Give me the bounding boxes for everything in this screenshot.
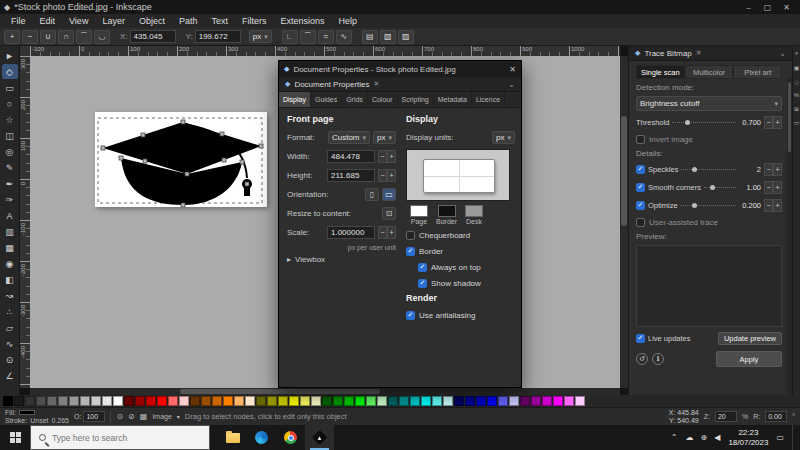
viewbox-expander[interactable]: ▸ Viewbox — [287, 255, 396, 264]
rect-tool[interactable]: ▭ — [2, 80, 18, 95]
tab-grids[interactable]: Grids — [342, 92, 368, 107]
snap-percent-icon[interactable]: % — [794, 92, 799, 98]
palette-swatch[interactable] — [520, 396, 530, 406]
minus-icon[interactable]: − — [378, 226, 387, 239]
spray-tool[interactable]: ∴ — [2, 304, 18, 319]
show-desktop-button[interactable] — [792, 425, 796, 450]
layer-visibility-icon[interactable]: ⊙ — [116, 412, 123, 421]
portrait-orientation-button[interactable]: ▯ — [365, 188, 379, 201]
plus-icon[interactable]: + — [773, 199, 782, 212]
menu-extensions[interactable]: Extensions — [273, 14, 331, 28]
palette-swatch[interactable] — [399, 396, 409, 406]
opacity-input[interactable] — [83, 411, 105, 422]
palette-swatch[interactable] — [36, 396, 46, 406]
scale-input[interactable] — [327, 226, 375, 239]
tab-display[interactable]: Display — [279, 92, 311, 107]
smooth-corners-slider[interactable] — [704, 187, 736, 188]
trace-panel-close-icon[interactable]: ✕ — [696, 49, 702, 57]
display-units-dropdown[interactable]: px ▾ — [492, 131, 515, 144]
symmetric-node-icon[interactable]: ≈ — [318, 30, 334, 44]
palette-swatch[interactable] — [344, 396, 354, 406]
start-button[interactable] — [0, 425, 30, 450]
path-node[interactable] — [181, 120, 185, 124]
spiral-tool[interactable]: ◎ — [2, 144, 18, 159]
menu-file[interactable]: File — [4, 14, 33, 28]
scale-spinner[interactable]: − + — [378, 226, 396, 239]
show-shadow-checkbox[interactable]: ✓ — [418, 279, 427, 288]
width-input[interactable] — [327, 150, 375, 163]
palette-swatch[interactable] — [575, 396, 585, 406]
page-colour-swatch[interactable]: Page — [410, 205, 428, 225]
apply-button[interactable]: Apply — [716, 351, 782, 367]
menu-object[interactable]: Object — [132, 14, 172, 28]
palette-swatch[interactable] — [245, 396, 255, 406]
path-node[interactable] — [245, 182, 249, 186]
window-titlebar[interactable]: ◆ *Stock photo Edited.jpg - Inkscape – ▢… — [0, 0, 800, 14]
minus-icon[interactable]: − — [378, 150, 387, 163]
edge-taskbar-button[interactable] — [247, 425, 276, 450]
onedrive-cloud-icon[interactable]: ☁ — [686, 433, 694, 442]
taskbar-clock[interactable]: 22:23 18/07/2023 — [728, 428, 768, 447]
eraser-tool[interactable]: ▱ — [2, 320, 18, 335]
layer-caret-icon[interactable]: ▾ — [177, 413, 180, 420]
path-node[interactable] — [259, 144, 263, 148]
optimize-spinner[interactable]: − + — [764, 199, 782, 212]
menu-layer[interactable]: Layer — [95, 14, 132, 28]
x-coordinate-input[interactable] — [130, 30, 176, 43]
palette-swatch[interactable] — [135, 396, 145, 406]
height-spinner[interactable]: − + — [378, 169, 396, 182]
palette-swatch[interactable] — [267, 396, 277, 406]
height-input[interactable] — [327, 169, 375, 182]
palette-swatch[interactable] — [476, 396, 486, 406]
palette-swatch[interactable] — [157, 396, 167, 406]
palette-swatch[interactable] — [333, 396, 343, 406]
palette-swatch[interactable] — [102, 396, 112, 406]
palette-swatch[interactable] — [531, 396, 541, 406]
detection-mode-dropdown[interactable]: Brightness cutoff ▾ — [636, 96, 782, 111]
inkscape-taskbar-button[interactable] — [305, 425, 334, 450]
palette-swatch[interactable] — [355, 396, 365, 406]
box3d-tool[interactable]: ◫ — [2, 128, 18, 143]
tab-licence[interactable]: Licence — [472, 92, 505, 107]
snap-page-icon[interactable]: ▭ — [794, 119, 800, 126]
palette-swatch[interactable] — [113, 396, 123, 406]
threshold-slider[interactable] — [672, 122, 736, 123]
panel-tab-close-icon[interactable]: ✕ — [374, 80, 380, 88]
path-node[interactable] — [141, 133, 145, 137]
palette-swatch[interactable] — [300, 396, 310, 406]
palette-swatch[interactable] — [14, 396, 24, 406]
stroke-to-path-icon[interactable]: ▧ — [380, 30, 396, 44]
graduation-cap-image[interactable] — [95, 112, 267, 207]
join-segment-icon[interactable]: ⌒ — [76, 30, 92, 44]
palette-swatch[interactable] — [69, 396, 79, 406]
snap-bbox-icon[interactable]: ▣ — [794, 64, 800, 71]
palette-swatch[interactable] — [432, 396, 442, 406]
border-checkbox-row[interactable]: ✓ Border — [406, 245, 515, 257]
chequerboard-checkbox[interactable] — [406, 231, 415, 240]
path-node[interactable] — [222, 158, 226, 162]
canvas-vertical-scrollbar[interactable] — [620, 56, 628, 388]
document-page[interactable] — [95, 112, 267, 207]
speckles-checkbox[interactable]: ✓ — [636, 165, 645, 174]
tab-scripting[interactable]: Scripting — [398, 92, 434, 107]
palette-swatch[interactable] — [80, 396, 90, 406]
palette-swatch[interactable] — [410, 396, 420, 406]
snap-nodes-icon[interactable]: ◇ — [794, 78, 799, 85]
landscape-orientation-button[interactable]: ▭ — [382, 188, 396, 201]
tassel-tuft[interactable] — [244, 188, 250, 196]
palette-swatch[interactable] — [58, 396, 68, 406]
auto-node-icon[interactable]: ∿ — [336, 30, 352, 44]
dialog-close-button[interactable]: ✕ — [509, 65, 516, 74]
tray-chevron-up-icon[interactable]: ⌃ — [671, 433, 678, 442]
always-on-top-checkbox-row[interactable]: ✓ Always on top — [418, 261, 515, 273]
palette-swatch[interactable] — [168, 396, 178, 406]
ruler-vertical[interactable]: 3002001000-100-200-300-400 — [20, 56, 30, 388]
delete-node-icon[interactable]: − — [22, 30, 38, 44]
palette-swatch[interactable] — [278, 396, 288, 406]
live-updates-checkbox[interactable]: ✓ — [636, 334, 645, 343]
pencil-tool[interactable]: ✎ — [2, 160, 18, 175]
minus-icon[interactable]: − — [764, 116, 773, 129]
fill-swatch[interactable] — [19, 410, 35, 415]
user-assisted-checkbox-row[interactable]: User-assisted trace — [636, 216, 782, 228]
tweak-tool[interactable]: ↝ — [2, 288, 18, 303]
